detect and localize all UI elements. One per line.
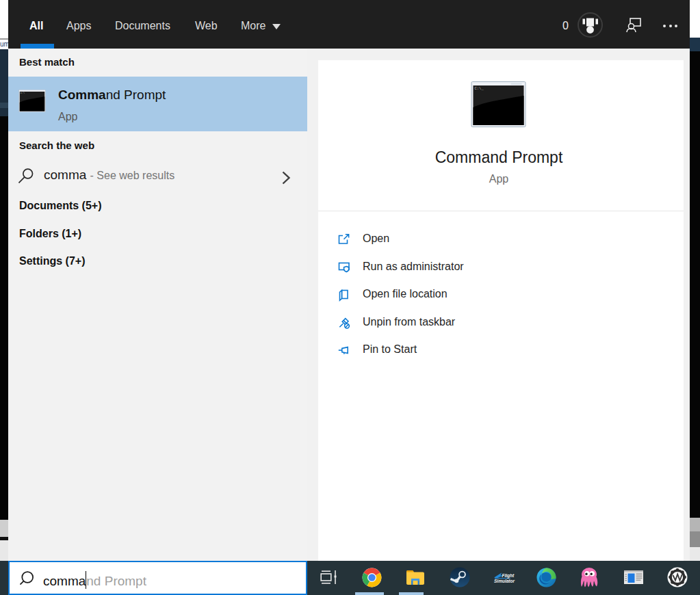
svg-text:C:\_: C:\_: [475, 86, 484, 91]
svg-text:Flight: Flight: [502, 573, 515, 579]
svg-text:C:\: C:\: [21, 92, 25, 94]
svg-text:Simulator: Simulator: [494, 579, 515, 583]
